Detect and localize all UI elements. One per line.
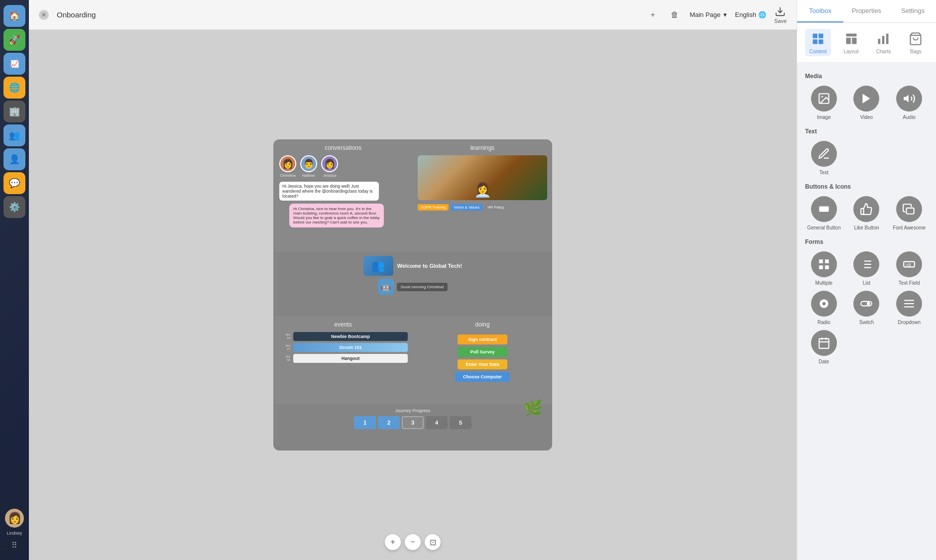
event-badge-scrum[interactable]: Scrum 101 xyxy=(293,343,408,352)
poll-survey-button[interactable]: Poll Survey xyxy=(458,347,507,357)
sidebar-item-analytics[interactable]: 📈 xyxy=(3,53,25,75)
tool-dropdown[interactable]: Dropdown xyxy=(890,291,928,325)
dropdown-label: Dropdown xyxy=(898,320,921,325)
avatar-group-christina[interactable]: 👩 Christina xyxy=(279,155,296,178)
grid-icon[interactable]: ⠿ xyxy=(11,541,17,550)
tool-date[interactable]: Date xyxy=(805,330,843,364)
sidebar-item-settings[interactable]: ⚙️ xyxy=(3,196,25,218)
sidebar-item-organization[interactable]: 🏢 xyxy=(3,101,25,122)
radio-label: Radio xyxy=(818,320,830,325)
tool-radio[interactable]: Radio xyxy=(805,291,843,325)
progress-panel: 🌿 Journey Progress 1 2 3 4 5 xyxy=(273,404,552,450)
avatar-group-nathan[interactable]: 👨 Nathan xyxy=(300,155,317,178)
conversations-panel: conversations 👩 Christina 👨 Nathan 👩 xyxy=(273,139,413,252)
tool-switch[interactable]: Switch xyxy=(848,291,886,325)
canvas-controls: + − ⊡ xyxy=(385,534,441,550)
close-button[interactable]: ✕ xyxy=(39,10,49,20)
svg-rect-5 xyxy=(846,38,850,44)
fit-button[interactable]: ⊡ xyxy=(425,534,441,550)
svg-point-31 xyxy=(867,302,871,306)
progress-step-4[interactable]: 4 xyxy=(426,416,448,429)
tool-image[interactable]: Image xyxy=(805,86,843,120)
nav-charts[interactable]: Charts xyxy=(871,29,895,56)
toolbox-content: Media Image xyxy=(797,63,936,560)
text-field-label: Text Field xyxy=(899,280,920,286)
tag-gdpr[interactable]: GDPR Training xyxy=(418,204,449,211)
robot-message: Good morning Christina! xyxy=(397,283,448,291)
text-grid: Text xyxy=(805,141,928,175)
progress-step-1[interactable]: 1 xyxy=(354,416,376,429)
delete-icon[interactable]: 🗑 xyxy=(668,8,682,22)
nav-content[interactable]: Content xyxy=(805,29,830,56)
svg-rect-4 xyxy=(846,34,856,37)
sidebar-item-home[interactable]: 🏠 xyxy=(3,5,25,27)
event-date-3: Jan30 xyxy=(278,355,290,362)
event-badge-hangout[interactable]: Hangout xyxy=(293,354,408,363)
tool-text-field[interactable]: AB Text Field xyxy=(890,251,928,286)
sidebar-item-groups[interactable]: 👥 xyxy=(3,124,25,146)
chevron-down-icon: ▾ xyxy=(723,11,727,18)
save-button[interactable]: Save xyxy=(774,6,787,24)
event-item-bootcamp: Jan24 Newbie Bootcamp xyxy=(278,332,408,341)
layout-icon xyxy=(843,31,859,47)
avatar-group-jessica[interactable]: 👩 Jessica xyxy=(321,155,338,178)
svg-rect-16 xyxy=(819,259,823,263)
nav-bags[interactable]: Bags xyxy=(904,29,928,56)
save-label: Save xyxy=(774,18,787,24)
svg-text:AB: AB xyxy=(906,262,912,267)
tool-general-button[interactable]: General Button xyxy=(805,196,843,230)
tag-vision[interactable]: Vision & Values xyxy=(451,204,482,211)
main-area: ✕ Onboarding + 🗑 Main Page ▾ English 🌐 xyxy=(29,0,936,560)
progress-step-5[interactable]: 5 xyxy=(450,416,471,429)
tool-text[interactable]: Text xyxy=(805,141,843,175)
tool-like-button[interactable]: Like Button xyxy=(848,196,886,230)
add-icon[interactable]: + xyxy=(646,8,660,22)
tool-list[interactable]: List xyxy=(848,251,886,286)
section-title-text: Text xyxy=(805,128,928,135)
learnings-title: learnings xyxy=(418,144,547,151)
event-date-2: Jan27 xyxy=(278,344,290,351)
zoom-out-button[interactable]: − xyxy=(405,534,421,550)
language-selector[interactable]: English 🌐 xyxy=(735,11,766,18)
general-button-label: General Button xyxy=(807,225,840,230)
tab-settings[interactable]: Settings xyxy=(890,0,936,22)
tool-multiple[interactable]: Multiple xyxy=(805,251,843,286)
nav-content-label: Content xyxy=(809,49,826,54)
tool-audio[interactable]: Audio xyxy=(890,86,928,120)
video-icon xyxy=(853,86,879,112)
avatar-christina: 👩 xyxy=(279,155,296,172)
switch-label: Switch xyxy=(859,320,874,325)
sidebar-item-messages[interactable]: 💬 xyxy=(3,172,25,194)
enter-data-button[interactable]: Enter Your Data xyxy=(458,359,507,369)
topbar-actions: + 🗑 Main Page ▾ English 🌐 Save xyxy=(646,6,787,24)
progress-step-2[interactable]: 2 xyxy=(378,416,400,429)
tag-hrpolicy[interactable]: HR Policy xyxy=(484,204,507,211)
event-badge-bootcamp[interactable]: Newbie Bootcamp xyxy=(293,332,408,341)
choose-computer-button[interactable]: Choose Computer xyxy=(455,372,510,382)
avatar[interactable]: 👩 xyxy=(5,509,24,528)
section-title-media: Media xyxy=(805,73,928,80)
event-item-scrum: Jan27 Scrum 101 xyxy=(278,343,408,352)
svg-rect-2 xyxy=(813,39,818,44)
progress-step-3[interactable]: 3 xyxy=(402,416,424,429)
nav-layout[interactable]: Layout xyxy=(839,29,863,56)
sidebar-item-launch[interactable]: 🚀 xyxy=(3,29,25,51)
progress-steps: 1 2 3 4 5 xyxy=(354,416,471,429)
canvas-wrapper: conversations 👩 Christina 👨 Nathan 👩 xyxy=(29,30,797,560)
tool-video[interactable]: Video xyxy=(848,86,886,120)
page-selector[interactable]: Main Page ▾ xyxy=(690,11,727,18)
learnings-image: 👩‍💼 xyxy=(418,155,547,200)
sidebar-item-profile[interactable]: 👤 xyxy=(3,148,25,170)
sign-contract-button[interactable]: Sign contract xyxy=(458,335,507,344)
avatar-name-nathan: Nathan xyxy=(302,173,315,178)
event-date-1: Jan24 xyxy=(278,333,290,340)
zoom-in-button[interactable]: + xyxy=(385,534,401,550)
canvas-area: ✕ Onboarding + 🗑 Main Page ▾ English 🌐 xyxy=(29,0,797,560)
tab-toolbox[interactable]: Toolbox xyxy=(797,0,843,22)
tab-properties[interactable]: Properties xyxy=(843,0,890,22)
bags-icon xyxy=(908,31,924,47)
content-icon xyxy=(810,31,826,47)
section-title-forms: Forms xyxy=(805,238,928,245)
sidebar-item-global[interactable]: 🌐 xyxy=(3,77,25,99)
tool-font-awesome[interactable]: Font Awesome xyxy=(890,196,928,230)
